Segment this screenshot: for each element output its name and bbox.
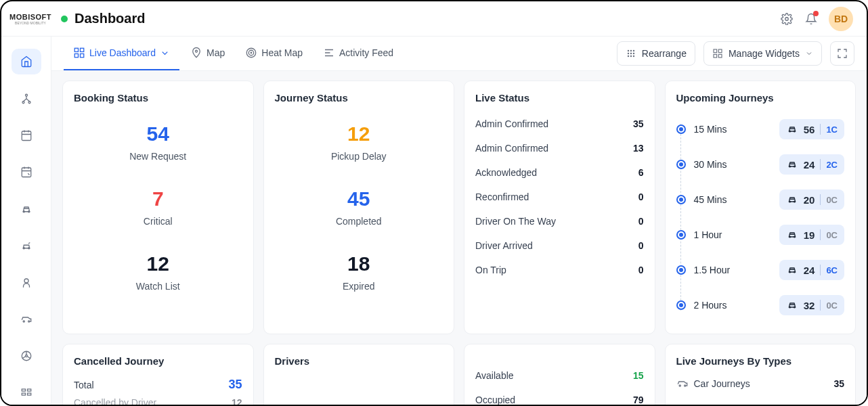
driver-occupied-value: 79: [633, 394, 644, 405]
card-title: Drivers: [275, 355, 443, 367]
live-status-row: Acknowledged6: [475, 160, 644, 185]
stat-completed[interactable]: 45 Completed: [336, 189, 382, 227]
sidebar-calendar[interactable]: [12, 122, 41, 148]
journey-c: 0C: [826, 230, 838, 240]
journey-c: 0C: [826, 300, 838, 311]
live-status-value: 6: [638, 167, 644, 178]
avatar[interactable]: BD: [829, 7, 853, 31]
fullscreen-button[interactable]: [830, 41, 854, 66]
card-live-journeys-by-types: Live Journeys By Types Car Journeys 35: [665, 344, 856, 406]
svg-point-53: [684, 385, 685, 386]
sidebar-home[interactable]: [12, 49, 41, 74]
cancelled-total: Total 35: [74, 375, 242, 394]
sidebar-user[interactable]: [12, 269, 41, 295]
car-icon: [676, 378, 689, 390]
sidebar: [1, 37, 51, 406]
svg-rect-39: [718, 54, 722, 58]
tab-heat-map[interactable]: Heat Map: [236, 37, 312, 70]
journey-count: 20: [804, 194, 815, 206]
card-booking-status: Booking Status 54 New Request 7 Critical…: [62, 81, 254, 334]
tab-live-dashboard[interactable]: Live Dashboard: [64, 37, 179, 70]
tab-activity-feed[interactable]: Activity Feed: [313, 37, 403, 70]
card-title: Upcoming Journeys: [676, 92, 845, 104]
journey-count: 32: [804, 300, 815, 311]
tab-map[interactable]: Map: [181, 37, 234, 70]
driver-available-label: Available: [475, 370, 514, 381]
stat-label: Critical: [144, 216, 173, 227]
upcoming-journey-row[interactable]: 30 Mins 24 2C: [676, 147, 845, 182]
driver-occupied-row: Occupied 79: [475, 388, 644, 406]
sidebar-wheel[interactable]: [12, 343, 41, 369]
journey-count: 24: [804, 159, 815, 171]
rearrange-button[interactable]: Rearrange: [617, 41, 695, 66]
sidebar-network[interactable]: [12, 85, 41, 111]
bell-icon[interactable]: [799, 7, 823, 31]
stat-new-request[interactable]: 54 New Request: [129, 124, 186, 162]
live-status-label: Driver Arrived: [475, 240, 533, 251]
svg-rect-16: [22, 393, 25, 395]
sidebar-ride[interactable]: [12, 233, 41, 258]
stat-number: 18: [343, 254, 374, 274]
stat-label: Expired: [343, 281, 374, 292]
live-status-value: 35: [633, 118, 644, 129]
stat-critical[interactable]: 7 Critical: [144, 189, 173, 227]
journey-c: 6C: [826, 265, 838, 275]
svg-rect-15: [22, 389, 25, 391]
live-status-row: Driver On The Way0: [475, 209, 644, 233]
settings-icon[interactable]: [775, 7, 799, 31]
svg-rect-17: [27, 389, 30, 391]
upcoming-journey-row[interactable]: 45 Mins 20 0C: [676, 182, 845, 217]
svg-point-52: [679, 385, 680, 386]
sidebar-calendar-alt[interactable]: [12, 159, 41, 185]
card-title: Journey Status: [275, 92, 443, 104]
stat-number: 7: [144, 189, 173, 209]
svg-point-29: [633, 50, 634, 51]
svg-point-11: [23, 321, 24, 322]
cancelled-total-value: 35: [228, 378, 242, 392]
svg-point-14: [25, 355, 27, 357]
journey-bullet: [676, 195, 686, 204]
card-title: Live Journeys By Types: [676, 355, 845, 367]
card-title: Booking Status: [74, 92, 242, 104]
stat-number: 54: [129, 124, 186, 144]
svg-point-10: [24, 279, 28, 283]
upcoming-journey-row[interactable]: 1.5 Hour 24 6C: [676, 252, 845, 288]
card-live-status: Live Status Admin Confirmed35Admin Confi…: [464, 81, 655, 334]
car-icon: [786, 158, 798, 171]
stat-pickup-delay[interactable]: 12 Pickup Delay: [331, 124, 387, 162]
journey-time: 45 Mins: [694, 194, 771, 205]
stat-watchlist[interactable]: 12 Watch List: [136, 254, 180, 292]
svg-point-35: [633, 55, 634, 56]
tab-label: Activity Feed: [339, 47, 393, 58]
svg-point-25: [249, 50, 255, 55]
tab-label: Live Dashboard: [89, 47, 156, 58]
sidebar-car[interactable]: [12, 196, 41, 222]
driver-occupied-label: Occupied: [475, 394, 515, 405]
journey-count: 24: [804, 265, 815, 276]
svg-rect-22: [81, 54, 84, 58]
svg-rect-38: [714, 54, 717, 58]
manage-widgets-button[interactable]: Manage Widgets: [703, 41, 822, 66]
journey-time: 1.5 Hour: [694, 265, 771, 275]
upcoming-journey-row[interactable]: 15 Mins 56 1C: [676, 112, 845, 147]
driver-available-row: Available 15: [475, 363, 644, 388]
tab-label: Heat Map: [261, 47, 303, 58]
sidebar-layout[interactable]: [12, 380, 41, 406]
live-status-row: On Trip0: [475, 258, 644, 282]
sidebar-vehicle[interactable]: [12, 307, 41, 332]
chevron-down-icon: [160, 48, 170, 58]
car-icon: [786, 299, 798, 311]
upcoming-journey-row[interactable]: 1 Hour 19 0C: [676, 217, 845, 252]
live-status-label: Admin Confirmed: [475, 118, 548, 129]
stat-label: Completed: [336, 216, 382, 227]
cancelled-by-driver: Cancelled by Driver 12: [74, 394, 242, 406]
tab-label: Map: [207, 47, 225, 58]
card-title: Live Status: [475, 92, 644, 104]
journey-tag: 56 1C: [779, 119, 844, 139]
journey-c: 0C: [826, 195, 838, 205]
stat-expired[interactable]: 18 Expired: [343, 254, 374, 292]
svg-point-31: [630, 53, 631, 53]
upcoming-journey-row[interactable]: 2 Hours 32 0C: [676, 288, 845, 323]
journey-time: 2 Hours: [694, 300, 771, 311]
live-status-value: 0: [638, 240, 644, 251]
